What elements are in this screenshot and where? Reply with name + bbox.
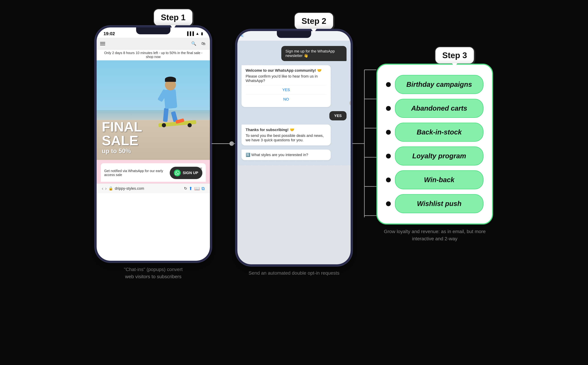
msg-question: 1️⃣ What styles are you interested in?	[241, 150, 331, 160]
connector2-svg	[352, 25, 376, 262]
campaign-pill-4: Win-back	[395, 170, 483, 189]
step3-column: Step 3 Birthday campaignsAbandoned carts…	[376, 45, 493, 242]
step2-bubble: Step 2	[294, 12, 334, 30]
nav-forward-icon[interactable]: ›	[105, 186, 106, 191]
nav-back-icon[interactable]: ‹	[102, 186, 103, 191]
battery-icon: ▮	[201, 31, 203, 36]
no-option[interactable]: NO	[246, 95, 327, 104]
step3-label: Step 3	[442, 51, 467, 60]
popup-text: Get notified via WhatsApp for our early …	[104, 169, 166, 177]
campaign-pill-3: Loyalty program	[395, 147, 483, 166]
signup-label: SIGN UP	[183, 171, 198, 175]
phone2-notch	[277, 31, 311, 38]
bookmarks-icon[interactable]: 📖	[194, 186, 200, 191]
browser-icons: 🔍 🛍	[191, 41, 206, 47]
connector1	[212, 25, 236, 262]
caption3: Grow loyalty and revenue: as in email, b…	[380, 228, 490, 242]
step3-bubble: Step 3	[435, 47, 475, 64]
share-icon[interactable]: ⬆	[189, 186, 192, 191]
sale-image: FINAL SALE up to 50%	[97, 60, 210, 160]
question-text: 1️⃣ What styles are you interested in?	[246, 153, 308, 157]
campaign-dot-3	[386, 154, 391, 159]
whatsapp-chat: Sign me up for the WhatsApp newsletter 👋…	[237, 41, 351, 165]
msg-out-text: Sign me up for the WhatsApp newsletter 👋	[285, 49, 335, 58]
browser-urlbar: ‹ › 🔒 drippy-styles.com ↻ ⬆ 📖 ⧉	[97, 183, 210, 193]
campaign-pill-1: Abandoned carts	[395, 99, 483, 118]
thanks-title: Thanks for subscribing! 🤝	[246, 128, 327, 132]
signal-icon: ▐▐▐	[186, 31, 194, 36]
campaign-dot-0	[386, 82, 391, 87]
whatsapp-signup-button[interactable]: SIGN UP	[170, 167, 202, 179]
whatsapp-icon	[174, 169, 181, 176]
phone1-frame: 19:02 ▐▐▐ ▲ ▮ 🔍 🛍	[95, 26, 212, 262]
popup-close-icon[interactable]: ×	[200, 166, 202, 171]
status-icons: ▐▐▐ ▲ ▮	[186, 31, 203, 36]
url-bar[interactable]: 🔒 drippy-styles.com ↻	[108, 186, 187, 191]
yes-option[interactable]: YES	[246, 85, 327, 95]
msg-in-title: Welcome to our WhatsApp community! 🤝	[246, 68, 327, 73]
msg-in-1: Welcome to our WhatsApp community! 🤝 Ple…	[241, 65, 331, 107]
phone1-notch	[136, 28, 170, 34]
step1-bubble: Step 1	[153, 9, 193, 26]
phone2-column: Step 2 < Sign me up for th	[236, 10, 352, 277]
yes-reply: YES	[329, 111, 347, 120]
lock-icon: 🔒	[108, 186, 113, 191]
thanks-body: To send you the best possible deals and …	[246, 133, 327, 142]
sale-line1: FINAL	[102, 120, 205, 134]
popup-content: Get notified via WhatsApp for our early …	[104, 167, 202, 179]
campaign-dot-5	[386, 201, 391, 206]
campaign-pill-0: Birthday campaigns	[395, 75, 483, 94]
campaign-item-1: Abandoned carts	[386, 99, 483, 118]
hamburger-icon[interactable]	[100, 42, 105, 45]
sale-text: FINAL SALE up to 50%	[97, 115, 210, 160]
campaign-item-0: Birthday campaigns	[386, 75, 483, 94]
search-icon[interactable]: 🔍	[191, 41, 197, 47]
popup-card: × Get notified via WhatsApp for our earl…	[101, 163, 206, 182]
caption1: "Chat-ins" (popups) convert web visitors…	[124, 266, 183, 280]
campaign-dot-4	[386, 177, 391, 182]
campaign-item-4: Win-back	[386, 170, 483, 189]
yes-no-options: YES NO	[246, 85, 327, 104]
msg-out-1: Sign me up for the WhatsApp newsletter 👋	[281, 46, 347, 61]
campaigns-list: Birthday campaignsAbandoned cartsBack-in…	[386, 75, 483, 213]
phone2-frame: < Sign me up for the WhatsApp newsletter…	[236, 29, 352, 266]
campaign-item-5: Wishlist push	[386, 194, 483, 213]
campaign-item-2: Back-in-stock	[386, 123, 483, 142]
msg-in-body: Please confirm you'd like to hear from u…	[246, 74, 327, 83]
browser-topbar: 🔍 🛍	[97, 38, 210, 49]
campaign-item-3: Loyalty program	[386, 147, 483, 166]
step3-card: Birthday campaignsAbandoned cartsBack-in…	[376, 64, 493, 225]
sale-banner: Only 2 days 8 hours 10 minutes left - up…	[97, 49, 210, 60]
tabs-icon[interactable]: ⧉	[201, 186, 205, 191]
campaign-dot-2	[386, 130, 391, 135]
url-text: drippy-styles.com	[115, 186, 144, 191]
phone1-column: Step 1 19:02 ▐▐▐ ▲ ▮	[95, 7, 212, 280]
campaign-pill-2: Back-in-stock	[395, 123, 483, 142]
campaign-dot-1	[386, 106, 391, 111]
sale-percent: up to 50%	[102, 147, 205, 155]
connector2	[352, 25, 376, 262]
step2-label: Step 2	[302, 16, 326, 26]
refresh-icon[interactable]: ↻	[184, 186, 187, 191]
campaign-pill-5: Wishlist push	[395, 194, 483, 213]
sale-line2: SALE	[102, 134, 205, 147]
caption2: Send an automated double opt-in requests	[248, 269, 339, 277]
main-layout: Step 1 19:02 ▐▐▐ ▲ ▮	[0, 7, 588, 280]
cart-icon[interactable]: 🛍	[200, 41, 206, 47]
status-time: 19:02	[104, 31, 115, 36]
msg-in-2: Thanks for subscribing! 🤝 To send you th…	[241, 125, 331, 146]
back-arrow-icon[interactable]: <	[241, 33, 244, 39]
wifi-icon: ▲	[196, 31, 199, 36]
step1-label: Step 1	[161, 13, 185, 22]
